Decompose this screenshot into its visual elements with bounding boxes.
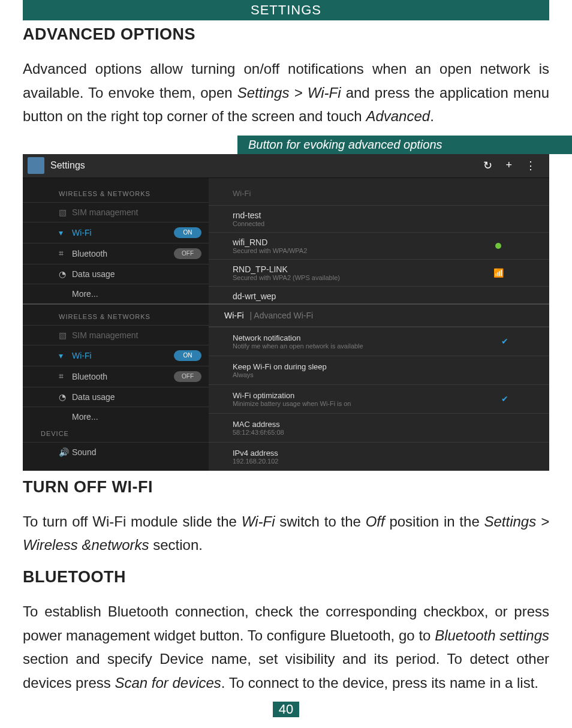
text-italic: Settings > Wi-Fi <box>237 85 341 101</box>
screenshot-settings: Settings ↻ + ⋮ Scan WPS Pin Entry Wi-Fi … <box>23 154 549 471</box>
network-name: RND_TP-LINK <box>233 264 493 274</box>
text: section. <box>149 537 203 553</box>
category-wireless: WIRELESS & NETWORKS <box>23 313 209 325</box>
data-usage-icon: ◔ <box>59 269 72 279</box>
text: . <box>430 108 434 124</box>
sidebar-bluetooth[interactable]: ⌗BluetoothOFF <box>23 366 209 387</box>
heading-turn-off-wifi: TURN OFF WI-FI <box>23 478 549 497</box>
panel-title: Wi-Fi <box>209 189 549 205</box>
sidebar-sim[interactable]: ▧SIM management <box>23 202 209 222</box>
row-subtitle: 58:12:43:6f:65:08 <box>233 429 525 436</box>
checkmark-icon[interactable]: ✔ <box>501 394 508 404</box>
bluetooth-toggle[interactable]: OFF <box>174 371 201 382</box>
wifi-network-row[interactable]: dd-wrt_wep <box>209 286 549 302</box>
network-name: rnd-test <box>233 210 525 220</box>
row-subtitle: 192.168.20.102 <box>233 458 525 465</box>
text-italic: Bluetooth settings <box>435 627 549 643</box>
wifi-toggle[interactable]: ON <box>174 350 201 361</box>
settings-sidebar-2: WIRELESS & NETWORKS ▧SIM management ▾Wi-… <box>23 305 209 471</box>
overflow-menu-icon[interactable]: ⋮ <box>525 159 536 172</box>
text: . To connect to the device, press its na… <box>221 675 538 691</box>
app-title: Settings <box>50 160 483 171</box>
row-title: IPv4 address <box>233 449 525 458</box>
text: switch to the <box>275 513 366 530</box>
label: Wi-Fi <box>72 228 174 237</box>
callout-label: Button for evoking advanced options <box>237 136 572 154</box>
adv-row-network-notification[interactable]: Network notificationNotify me when an op… <box>209 327 549 356</box>
text-italic: Advanced <box>366 108 430 124</box>
network-status: Secured with WPA/WPA2 <box>233 247 495 254</box>
row-title: MAC address <box>233 420 525 429</box>
text: Advanced Wi-Fi <box>254 311 313 320</box>
bluetooth-icon: ⌗ <box>59 248 72 258</box>
adv-row-ipv4-address: IPv4 address192.168.20.102 <box>209 442 549 471</box>
text-italic: Off <box>366 513 385 530</box>
sidebar-more[interactable]: More... <box>23 407 209 426</box>
sidebar-sound[interactable]: 🔊Sound <box>23 442 209 462</box>
label: SIM management <box>72 207 209 217</box>
adv-row-wifi-optimization[interactable]: Wi-Fi optimizationMinimize battery usage… <box>209 384 549 413</box>
settings-app-icon <box>28 157 44 174</box>
row-title: Wi-Fi optimization <box>233 391 501 400</box>
advanced-wifi-panel: Wi-Fi | Advanced Wi-Fi Network notificat… <box>209 305 549 471</box>
bluetooth-icon: ⌗ <box>59 371 72 381</box>
sidebar-wifi[interactable]: ▾Wi-FiON <box>23 345 209 366</box>
adv-row-mac-address: MAC address58:12:43:6f:65:08 <box>209 413 549 442</box>
sidebar-wifi[interactable]: ▾Wi-FiON <box>23 222 209 243</box>
page-number: 40 <box>273 702 299 717</box>
para-turnoff: To turn off Wi-Fi module slide the Wi-Fi… <box>23 510 549 557</box>
row-subtitle: Always <box>233 371 525 378</box>
wifi-icon: ▾ <box>59 351 72 360</box>
label: More... <box>72 289 209 299</box>
text: To turn off Wi-Fi module slide the <box>23 513 242 530</box>
bluetooth-toggle[interactable]: OFF <box>174 248 201 259</box>
wifi-lock-icon: 📶 <box>493 268 504 278</box>
app-topbar: Settings ↻ + ⋮ <box>23 154 549 178</box>
sound-icon: 🔊 <box>59 447 72 457</box>
heading-advanced-options: ADVANCED OPTIONS <box>23 25 549 44</box>
adv-row-keep-wifi-on[interactable]: Keep Wi-Fi on during sleepAlways <box>209 356 549 384</box>
row-subtitle: Notify me when an open network is availa… <box>233 342 501 350</box>
wifi-toggle[interactable]: ON <box>174 227 201 238</box>
wifi-network-row[interactable]: RND_TP-LINKSecured with WPA2 (WPS availa… <box>209 259 549 286</box>
wifi-panel: Wi-Fi rnd-testConnected wifi_RNDSecured … <box>209 178 549 303</box>
checkmark-icon[interactable]: ✔ <box>501 336 508 346</box>
wifi-network-row[interactable]: rnd-testConnected <box>209 205 549 232</box>
row-title: Network notification <box>233 333 501 342</box>
text: position in the <box>385 513 484 530</box>
wifi-network-row[interactable]: wifi_RNDSecured with WPA/WPA2 <box>209 232 549 259</box>
sidebar-bluetooth[interactable]: ⌗BluetoothOFF <box>23 243 209 264</box>
add-icon[interactable]: + <box>505 159 512 172</box>
network-name: wifi_RND <box>233 237 495 247</box>
label: Wi-Fi <box>72 351 174 360</box>
sidebar-more[interactable]: More... <box>23 284 209 303</box>
sim-icon: ▧ <box>59 330 72 340</box>
row-title: Keep Wi-Fi on during sleep <box>233 362 525 371</box>
label: Bluetooth <box>72 249 174 258</box>
settings-sidebar: WIRELESS & NETWORKS ▧SIM management ▾Wi-… <box>23 178 209 303</box>
row-subtitle: Minimize battery usage when Wi-Fi is on <box>233 400 501 407</box>
label: More... <box>72 412 209 422</box>
data-usage-icon: ◔ <box>59 392 72 402</box>
sidebar-data-usage[interactable]: ◔Data usage <box>23 264 209 284</box>
sidebar-sim[interactable]: ▧SIM management <box>23 325 209 345</box>
breadcrumb-advanced: | Advanced Wi-Fi <box>250 311 314 320</box>
breadcrumb-wifi[interactable]: Wi-Fi <box>224 311 244 320</box>
label: SIM management <box>72 330 209 340</box>
network-name: dd-wrt_wep <box>233 291 525 301</box>
text-italic: Scan for devices <box>115 675 221 691</box>
network-status: Secured with WPA2 (WPS available) <box>233 274 493 281</box>
wifi-icon: ▾ <box>59 228 72 237</box>
signal-dot-icon <box>495 243 501 249</box>
category-device: DEVICE <box>23 426 209 442</box>
heading-bluetooth: BLUETOOTH <box>23 568 549 586</box>
label: Sound <box>72 447 209 457</box>
label: Data usage <box>72 269 209 279</box>
breadcrumb: Wi-Fi | Advanced Wi-Fi <box>209 305 549 327</box>
sidebar-data-usage[interactable]: ◔Data usage <box>23 387 209 407</box>
category-wireless: WIRELESS & NETWORKS <box>23 190 209 202</box>
refresh-icon[interactable]: ↻ <box>483 159 492 172</box>
sim-icon: ▧ <box>59 207 72 217</box>
label: Data usage <box>72 392 209 402</box>
label: Bluetooth <box>72 372 174 381</box>
